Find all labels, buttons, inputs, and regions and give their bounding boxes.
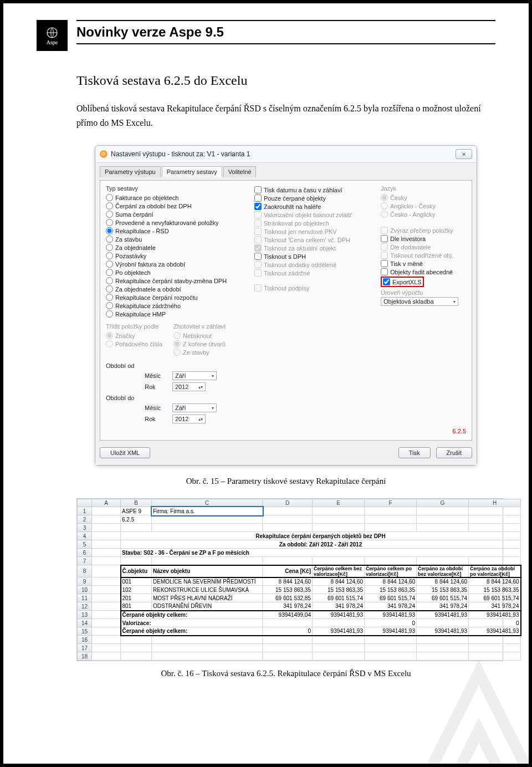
zhot-radio: Z kořene útvarů bbox=[173, 340, 226, 347]
option-checkbox: Tisknout zádržné bbox=[254, 269, 371, 277]
typ-sestavy-radio[interactable]: Výrobní faktura za období bbox=[106, 260, 244, 268]
chevron-down-icon: ▾ bbox=[212, 374, 214, 379]
typ-sestavy-radio[interactable]: Za objednatele bbox=[106, 244, 244, 251]
typ-sestavy-radio[interactable]: Po objektech bbox=[106, 269, 244, 276]
option-checkbox: Tisknout jen nenulové PKV bbox=[254, 228, 371, 235]
typ-sestavy-radio[interactable]: Za stavbu bbox=[106, 236, 244, 243]
typ-sestavy-radio[interactable]: Provedené a nevyfakturované položky bbox=[106, 219, 244, 226]
uroven-label: Úroveň výpočtu bbox=[381, 289, 466, 296]
obdobi-do-label: Období do bbox=[106, 395, 244, 401]
zhot-radio: Ze stavby bbox=[173, 349, 226, 356]
export-xls-checkbox[interactable]: ExportXLS bbox=[381, 277, 466, 287]
chevron-down-icon: ▾ bbox=[453, 299, 456, 304]
option-checkbox[interactable]: Objekty řadit abecedně bbox=[381, 268, 466, 275]
sort-radio: Pořadového čísla bbox=[106, 340, 162, 347]
sort-label: Třídit položky podle bbox=[106, 323, 162, 330]
rok-od-spinner[interactable]: 2012▴▾ bbox=[172, 382, 206, 391]
option-checkbox[interactable]: Tisk v měně bbox=[381, 260, 466, 267]
rok-label-2: Rok bbox=[145, 416, 167, 422]
option-checkbox[interactable]: Tisknout s DPH bbox=[254, 253, 371, 260]
option-checkbox[interactable]: Dle investora bbox=[381, 235, 466, 242]
aspe-globe-icon bbox=[44, 26, 60, 39]
typ-sestavy-radio[interactable]: Rekapitulace zádržného bbox=[106, 302, 244, 309]
excel-screenshot: ABCDEFGH1ASPE 9Firma: Firma a.s.26.2.534… bbox=[76, 498, 503, 661]
rok-do-spinner[interactable]: 2012▴▾ bbox=[172, 415, 206, 423]
option-checkbox: Tisknout nadřízené obj. bbox=[381, 252, 466, 259]
section-body: Oblíbená tisková sestava Rekapitulace če… bbox=[76, 101, 495, 130]
figure-caption-15: Obr. č. 15 – Parametry tiskové sestavy R… bbox=[76, 477, 495, 486]
zhot-label: Zhotovitel v záhlaví bbox=[173, 323, 226, 330]
jazyk-radio: Česko - Anglicky bbox=[381, 211, 466, 218]
spinner-icon: ▴▾ bbox=[198, 417, 203, 422]
option-checkbox[interactable]: Pouze čerpané objekty bbox=[254, 195, 371, 202]
page-title: Novinky verze Aspe 9.5 bbox=[76, 20, 495, 44]
aspe-logo: Aspe bbox=[37, 20, 68, 51]
typ-sestavy-radio[interactable]: Rekapitulace čerpání stavby-změna DPH bbox=[106, 277, 244, 284]
tab-volitelne[interactable]: Volitelné bbox=[223, 166, 257, 177]
typ-sestavy-radio[interactable]: Fakturace po objektech bbox=[106, 194, 244, 201]
section-title: Tisková sestava 6.2.5 do Excelu bbox=[76, 73, 495, 88]
typ-sestavy-radio[interactable]: Pozastávky bbox=[106, 252, 244, 259]
settings-dialog: ⟳ Nastavení výstupu - tisknout za: V1 - … bbox=[95, 145, 477, 466]
tab-parametry-vystupu[interactable]: Parametry výstupu bbox=[100, 166, 161, 177]
option-checkbox: Valorizační objekt tisknout zvlášť bbox=[254, 211, 371, 218]
mesic-od-select[interactable]: Září▾ bbox=[172, 371, 217, 380]
option-checkbox[interactable]: Tisk datumu a času v záhlaví bbox=[254, 186, 371, 193]
jazyk-radio: Česky bbox=[381, 194, 466, 201]
logo-text: Aspe bbox=[47, 39, 58, 45]
typ-sestavy-label: Typ sestavy bbox=[106, 185, 244, 192]
rok-label: Rok bbox=[145, 384, 167, 390]
tab-parametry-sestavy[interactable]: Parametry sestavy bbox=[162, 166, 222, 177]
spinner-icon: ▴▾ bbox=[198, 385, 203, 390]
option-checkbox: Dle dodavatele bbox=[381, 243, 466, 250]
zhot-radio: Netisknout bbox=[173, 332, 226, 339]
dialog-tabs: Parametry výstupu Parametry sestavy Voli… bbox=[100, 166, 472, 177]
dialog-icon: ⟳ bbox=[100, 150, 108, 158]
uroven-select[interactable]: Objektová skladba▾ bbox=[381, 297, 458, 306]
typ-sestavy-radio[interactable]: Čerpání za období bez DPH bbox=[106, 202, 244, 209]
option-checkbox: Tisknout dodatky odděleně bbox=[254, 261, 371, 268]
tisk-button[interactable]: Tisk bbox=[398, 447, 431, 458]
dialog-title: Nastavení výstupu - tisknout za: V1 - va… bbox=[111, 150, 250, 158]
obdobi-od-label: Období od bbox=[106, 362, 244, 369]
close-button[interactable]: ✕ bbox=[456, 149, 472, 159]
chevron-down-icon: ▾ bbox=[212, 406, 214, 411]
sort-radio: Značky bbox=[106, 332, 162, 339]
ulozit-xml-button[interactable]: Uložit XML bbox=[100, 447, 150, 458]
option-checkbox[interactable]: Zaokrouhlit na haléře bbox=[254, 203, 371, 210]
jazyk-label: Jazyk bbox=[381, 185, 466, 192]
option-checkbox: Tisknout podpisy bbox=[254, 284, 371, 292]
mesic-label-2: Měsíc bbox=[145, 405, 167, 411]
jazyk-radio: Anglicko - Česky bbox=[381, 202, 466, 209]
version-label: 6.2.5 bbox=[106, 428, 466, 434]
zrusit-button[interactable]: Zrušit bbox=[436, 447, 473, 458]
typ-sestavy-radio[interactable]: Rekapitulace HMP bbox=[106, 310, 244, 318]
option-checkbox: Stránkovat po objektech bbox=[254, 219, 371, 227]
option-checkbox: Tisknout za aktuální objekt bbox=[254, 244, 371, 252]
typ-sestavy-radio[interactable]: Rekapitulace - ŘSD bbox=[106, 227, 244, 234]
option-checkbox: Tisknout 'Cena celkem' vč. DPH bbox=[254, 236, 371, 243]
typ-sestavy-radio[interactable]: Rekapitulace čerpání rozpočtu bbox=[106, 294, 244, 301]
option-checkbox: Zvýraz přečerp položky bbox=[381, 227, 466, 234]
mesic-do-select[interactable]: Září▾ bbox=[172, 403, 217, 412]
typ-sestavy-radio[interactable]: Za objednatele a období bbox=[106, 285, 244, 293]
mesic-label: Měsíc bbox=[145, 372, 167, 379]
typ-sestavy-radio[interactable]: Suma čerpání bbox=[106, 211, 244, 218]
figure-caption-16: Obr. č. 16 – Tisková sestava 6.2.5. Reka… bbox=[76, 669, 495, 678]
